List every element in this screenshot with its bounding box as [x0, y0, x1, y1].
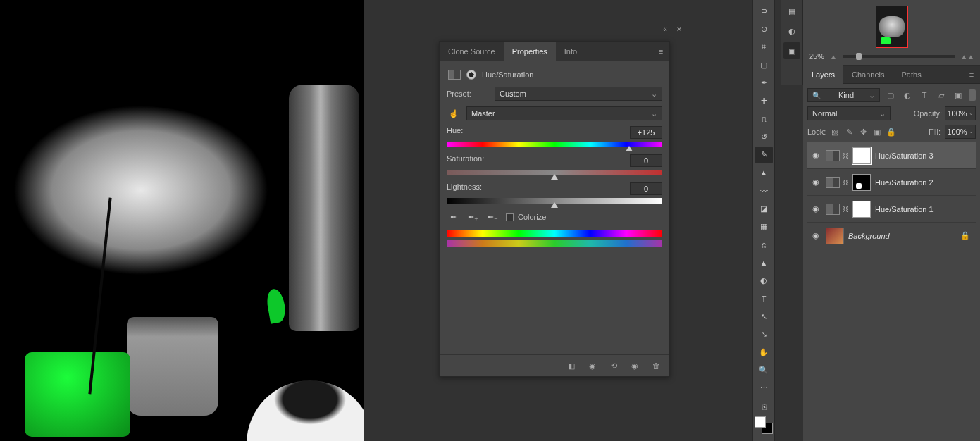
- zoom-value[interactable]: 25%: [809, 52, 824, 61]
- layer-item[interactable]: ◉ Background 🔒: [807, 222, 976, 249]
- color-swatches[interactable]: [755, 416, 773, 434]
- panel-close-button[interactable]: ✕: [672, 22, 686, 36]
- targeted-adjust-icon[interactable]: ☝: [447, 106, 461, 120]
- adjustment-thumb-icon: [826, 150, 840, 161]
- gradient-tool-icon[interactable]: ▦: [755, 218, 773, 235]
- image-thumb[interactable]: [826, 228, 844, 244]
- visibility-toggle-icon[interactable]: ◉: [810, 204, 821, 213]
- smudge-tool-icon[interactable]: 〰: [755, 182, 773, 199]
- lock-all-icon[interactable]: 🔒: [886, 128, 896, 137]
- lock-artboard-icon[interactable]: ▣: [872, 128, 882, 137]
- opacity-field[interactable]: 100%: [945, 106, 976, 120]
- quick-select-tool-icon[interactable]: ⊙: [755, 21, 773, 38]
- hue-slider[interactable]: [447, 142, 662, 149]
- layer-item[interactable]: ◉ ⛓ Hue/Saturation 1: [807, 195, 976, 222]
- blur-tool-icon[interactable]: ⎌: [755, 237, 773, 254]
- filter-adjustment-icon[interactable]: ◐: [901, 89, 914, 101]
- channel-select[interactable]: Master: [466, 106, 662, 120]
- pen-tool-icon[interactable]: ▲: [755, 254, 773, 271]
- tab-clone-source[interactable]: Clone Source: [440, 42, 504, 61]
- brush-tool-icon[interactable]: ✎: [755, 147, 773, 163]
- hue-value-field[interactable]: +125: [630, 126, 662, 139]
- reset-button[interactable]: ⟲: [607, 359, 620, 372]
- lock-indicator-icon[interactable]: 🔒: [960, 231, 970, 240]
- colorize-checkbox[interactable]: Colorize: [506, 213, 546, 221]
- tab-channels[interactable]: Channels: [843, 65, 893, 85]
- delete-adjustment-button[interactable]: 🗑: [650, 359, 662, 372]
- filter-type-icon[interactable]: T: [918, 89, 931, 101]
- filter-shape-icon[interactable]: ▱: [935, 89, 948, 101]
- history-brush-tool-icon[interactable]: ↺: [755, 129, 773, 146]
- hand-tool-icon[interactable]: ✋: [755, 344, 773, 361]
- filter-toggle[interactable]: [969, 89, 976, 101]
- lightness-value-field[interactable]: 0: [630, 182, 662, 195]
- layer-name[interactable]: Hue/Saturation 2: [875, 178, 973, 187]
- panel-collapse-button[interactable]: «: [658, 22, 672, 36]
- mask-thumb[interactable]: [852, 147, 871, 164]
- eyedropper-subtract-icon[interactable]: ✒₋: [486, 211, 499, 223]
- layer-item[interactable]: ◉ ⛓ Hue/Saturation 3: [807, 142, 976, 168]
- layer-item[interactable]: ◉ ⛓ Hue/Saturation 2: [807, 168, 976, 195]
- layer-name[interactable]: Hue/Saturation 1: [875, 205, 973, 213]
- lock-transparency-icon[interactable]: ▨: [830, 128, 840, 137]
- layer-name[interactable]: Background: [848, 232, 956, 240]
- navigator-thumbnail[interactable]: [876, 6, 908, 48]
- filter-smart-icon[interactable]: ▣: [952, 89, 965, 101]
- more-tools-icon[interactable]: ⋯: [755, 380, 773, 397]
- dock-history-icon[interactable]: ▤: [783, 3, 800, 20]
- lock-position-icon[interactable]: ✥: [858, 128, 868, 137]
- clone-stamp-tool-icon[interactable]: ⎍: [755, 111, 773, 128]
- dodge-tool-icon[interactable]: ◐: [755, 273, 773, 290]
- saturation-value-field[interactable]: 0: [630, 154, 662, 167]
- dock-adjustments-icon[interactable]: ◐: [783, 23, 800, 39]
- type-tool-icon[interactable]: T: [755, 290, 773, 307]
- adjustment-thumb-icon: [826, 177, 840, 188]
- crop-tool-icon[interactable]: ⌗: [755, 39, 773, 56]
- blend-mode-select[interactable]: Normal: [807, 106, 891, 120]
- lightness-slider[interactable]: [447, 198, 662, 205]
- visibility-toggle-icon[interactable]: ◉: [810, 151, 821, 160]
- eyedropper-tool-icon[interactable]: ✒: [755, 75, 773, 92]
- eyedropper-add-icon[interactable]: ✒₊: [466, 211, 479, 223]
- foreground-color-swatch[interactable]: [755, 416, 766, 428]
- lock-pixels-icon[interactable]: ✎: [844, 128, 854, 137]
- edit-toolbar-icon[interactable]: ⎘: [755, 398, 773, 415]
- zoom-slider[interactable]: [843, 55, 955, 58]
- tab-properties[interactable]: Properties: [504, 42, 556, 61]
- saturation-slider[interactable]: [447, 170, 662, 177]
- document-canvas[interactable]: [0, 0, 364, 441]
- eraser-tool-icon[interactable]: ◪: [755, 201, 773, 218]
- tab-paths[interactable]: Paths: [893, 65, 930, 85]
- mask-thumb[interactable]: [852, 174, 871, 191]
- tab-layers[interactable]: Layers: [803, 65, 843, 85]
- filter-pixel-icon[interactable]: ▢: [884, 89, 897, 101]
- layer-name[interactable]: Hue/Saturation 3: [875, 151, 973, 160]
- zoom-tool-icon[interactable]: 🔍: [755, 362, 773, 379]
- clip-to-layer-button[interactable]: ◧: [565, 359, 578, 372]
- link-icon[interactable]: ⛓: [843, 206, 850, 213]
- layer-filter-kind-select[interactable]: Kind: [807, 88, 880, 102]
- link-icon[interactable]: ⛓: [843, 179, 850, 186]
- path-select-tool-icon[interactable]: ↖: [755, 309, 773, 325]
- toggle-visibility-button[interactable]: ◉: [628, 359, 641, 372]
- visibility-toggle-icon[interactable]: ◉: [810, 178, 821, 187]
- zoom-out-icon[interactable]: ▲: [830, 53, 837, 61]
- fill-field[interactable]: 100%: [945, 125, 976, 139]
- frame-tool-icon[interactable]: ▢: [755, 57, 773, 74]
- zoom-in-icon[interactable]: ▲▲: [960, 53, 974, 61]
- layers-menu-button[interactable]: ≡: [963, 70, 980, 79]
- panel-menu-button[interactable]: ≡: [652, 47, 669, 56]
- preset-select[interactable]: Custom: [495, 87, 662, 101]
- visibility-toggle-icon[interactable]: ◉: [810, 231, 821, 240]
- lock-label: Lock:: [807, 128, 826, 136]
- pencil-tool-icon[interactable]: ▲: [755, 165, 773, 182]
- direct-select-tool-icon[interactable]: ⤡: [755, 326, 773, 343]
- healing-brush-tool-icon[interactable]: ✚: [755, 93, 773, 110]
- link-icon[interactable]: ⛓: [843, 152, 850, 159]
- eyedropper-icon[interactable]: ✒: [447, 211, 459, 223]
- mask-thumb[interactable]: [852, 201, 871, 218]
- lasso-tool-icon[interactable]: ⊃: [755, 3, 773, 20]
- tab-info[interactable]: Info: [556, 42, 585, 61]
- dock-properties-icon[interactable]: ▣: [783, 42, 800, 59]
- view-previous-button[interactable]: ◉: [586, 359, 599, 372]
